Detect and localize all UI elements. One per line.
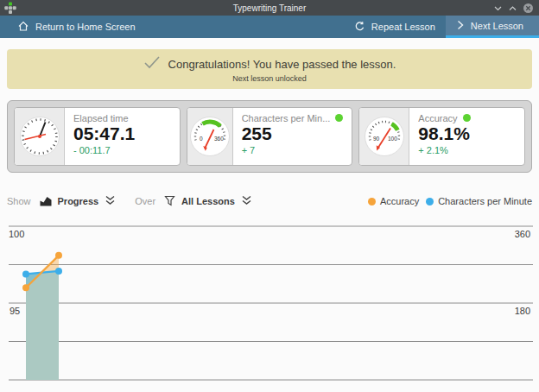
next-lesson-label: Next Lesson — [471, 21, 523, 31]
clock-icon — [15, 108, 65, 165]
status-dot-icon — [335, 114, 343, 122]
accuracy-legend-dot — [368, 198, 376, 205]
right-axis-tick-180: 180 — [515, 306, 530, 316]
progress-chart: 100 95 360 180 — [0, 223, 539, 392]
accuracy-card: 90 100 Accuracy 98.1% + 2.1% — [358, 107, 525, 166]
return-home-button[interactable]: Return to Home Screen — [7, 16, 146, 38]
over-value: All Lessons — [181, 196, 235, 206]
over-label: Over — [135, 196, 155, 206]
show-label: Show — [7, 196, 31, 206]
banner-subtitle: Next lesson unlocked — [232, 74, 307, 83]
accuracy-legend-label: Accuracy — [380, 196, 419, 206]
card-delta: + 2.1% — [418, 145, 516, 155]
svg-text:90: 90 — [373, 136, 380, 142]
legend-cpm: Characters per Minute — [426, 196, 532, 206]
speed-gauge-icon: 0 360 — [187, 108, 233, 165]
card-label: Characters per Min... — [242, 113, 331, 123]
elapsed-time-card: Elapsed time 05:47.1 - 00:11.7 — [14, 107, 181, 166]
checkmark-icon — [143, 55, 161, 73]
left-axis-tick-100: 100 — [9, 229, 24, 239]
return-home-label: Return to Home Screen — [35, 22, 136, 32]
card-value: 98.1% — [418, 123, 516, 144]
window-title: Typewriting Trainer — [0, 3, 539, 13]
card-delta: + 7 — [242, 145, 344, 155]
accuracy-gauge-icon: 90 100 — [359, 108, 409, 165]
chart-controls: Show Progress Over All Lessons — [7, 192, 532, 211]
over-selector[interactable]: All Lessons — [164, 195, 252, 208]
characters-per-minute-card: 0 360 Characters per Min... 255 + 7 — [187, 107, 353, 166]
banner-title: Congratulations! You have passed the les… — [168, 58, 396, 71]
titlebar: Typewriting Trainer — [0, 0, 539, 16]
show-value: Progress — [58, 196, 99, 206]
next-lesson-button[interactable]: Next Lesson — [446, 16, 539, 38]
cpm-legend-label: Characters per Minute — [438, 196, 532, 206]
left-axis-tick-95: 95 — [10, 306, 20, 316]
card-delta: - 00:11.7 — [73, 145, 171, 155]
stats-container: Elapsed time 05:47.1 - 00:11.7 0 360 — [7, 100, 532, 173]
refresh-icon — [354, 21, 365, 34]
svg-text:100: 100 — [388, 136, 397, 142]
area-chart-icon — [40, 195, 52, 208]
repeat-lesson-button[interactable]: Repeat Lesson — [344, 16, 446, 38]
filter-icon — [164, 195, 175, 208]
home-icon — [17, 20, 29, 34]
card-value: 05:47.1 — [73, 123, 171, 144]
card-label: Accuracy — [418, 113, 457, 123]
right-axis-tick-360: 360 — [515, 229, 530, 239]
svg-text:0: 0 — [200, 136, 203, 142]
repeat-lesson-label: Repeat Lesson — [371, 22, 435, 32]
congratulations-banner: Congratulations! You have passed the les… — [7, 49, 532, 89]
show-selector[interactable]: Progress — [40, 195, 117, 208]
toolbar: Return to Home Screen Repeat Lesson Next… — [0, 16, 539, 38]
chevrons-down-icon — [105, 195, 116, 207]
legend-accuracy: Accuracy — [368, 196, 419, 206]
app-window: Typewriting Trainer Return — [0, 0, 539, 392]
status-dot-icon — [463, 114, 471, 122]
chevron-right-icon — [456, 20, 465, 32]
cpm-legend-dot — [426, 198, 434, 205]
chevrons-down-icon — [241, 195, 252, 207]
card-value: 255 — [242, 123, 344, 144]
card-label: Elapsed time — [73, 113, 129, 123]
svg-text:360: 360 — [214, 136, 224, 142]
